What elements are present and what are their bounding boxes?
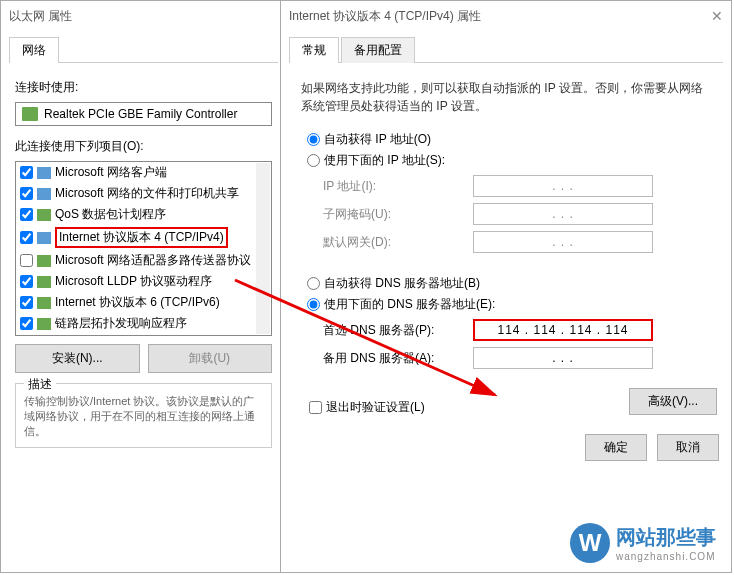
validate-label: 退出时验证设置(L) <box>326 399 425 416</box>
tab-general[interactable]: 常规 <box>289 37 339 63</box>
protocol-icon <box>37 167 51 179</box>
protocol-icon <box>37 297 51 309</box>
watermark-url: wangzhanshi.COM <box>616 551 716 562</box>
watermark: W 网站那些事 wangzhanshi.COM <box>570 523 716 563</box>
auto-dns-radio[interactable]: 自动获得 DNS 服务器地址(B) <box>307 275 717 292</box>
dns1-label: 首选 DNS 服务器(P): <box>323 322 473 339</box>
auto-dns-label: 自动获得 DNS 服务器地址(B) <box>324 275 480 292</box>
nic-field[interactable]: Realtek PCIe GBE Family Controller <box>15 102 272 126</box>
install-button[interactable]: 安装(N)... <box>15 344 140 373</box>
protocol-icon <box>37 276 51 288</box>
item-label: 链路层拓扑发现响应程序 <box>55 315 187 332</box>
title-bar: Internet 协议版本 4 (TCP/IPv4) 属性 ✕ <box>281 1 731 31</box>
item-label: QoS 数据包计划程序 <box>55 206 166 223</box>
tab-network[interactable]: 网络 <box>9 37 59 63</box>
list-item[interactable]: Internet 协议版本 6 (TCP/IPv6) <box>16 292 271 313</box>
item-label: Microsoft 网络的文件和打印机共享 <box>55 185 239 202</box>
close-icon[interactable]: ✕ <box>711 8 723 24</box>
auto-ip-label: 自动获得 IP 地址(O) <box>324 131 431 148</box>
dns2-row: 备用 DNS 服务器(A): . . . <box>323 347 717 369</box>
description-title: 描述 <box>24 376 56 393</box>
item-checkbox[interactable] <box>20 231 33 244</box>
nic-name: Realtek PCIe GBE Family Controller <box>44 107 237 121</box>
list-item[interactable]: 链路层拓扑发现响应程序 <box>16 313 271 334</box>
tab-alternate[interactable]: 备用配置 <box>341 37 415 63</box>
ip-label: IP 地址(I): <box>323 178 473 195</box>
list-item[interactable]: Microsoft LLDP 协议驱动程序 <box>16 271 271 292</box>
dialog-title: 以太网 属性 <box>9 8 278 25</box>
dns1-input[interactable]: 114 . 114 . 114 . 114 <box>473 319 653 341</box>
item-checkbox[interactable] <box>20 208 33 221</box>
checkbox-input[interactable] <box>309 401 322 414</box>
panel: 如果网络支持此功能，则可以获取自动指派的 IP 设置。否则，你需要从网络系统管理… <box>281 63 731 426</box>
connect-using-label: 连接时使用: <box>15 79 272 96</box>
description-text: 传输控制协议/Internet 协议。该协议是默认的广域网络协议，用于在不同的相… <box>24 394 263 439</box>
uninstall-button[interactable]: 卸载(U) <box>148 344 273 373</box>
radio-input[interactable] <box>307 298 320 311</box>
manual-dns-radio[interactable]: 使用下面的 DNS 服务器地址(E): <box>307 296 717 313</box>
radio-input[interactable] <box>307 277 320 290</box>
item-label: Microsoft LLDP 协议驱动程序 <box>55 273 212 290</box>
item-label: Internet 协议版本 6 (TCP/IPv6) <box>55 294 220 311</box>
radio-input[interactable] <box>307 154 320 167</box>
item-label: Internet 协议版本 4 (TCP/IPv4) <box>55 227 228 248</box>
protocol-icon <box>37 232 51 244</box>
dialog-buttons: 确定 取消 <box>293 434 719 461</box>
radio-input[interactable] <box>307 133 320 146</box>
ip-address-row: IP 地址(I): . . . <box>323 175 717 197</box>
item-checkbox[interactable] <box>20 317 33 330</box>
tab-strip: 网络 <box>9 37 278 63</box>
list-item[interactable]: Microsoft 网络的文件和打印机共享 <box>16 183 271 204</box>
item-label: Microsoft 网络客户端 <box>55 164 167 181</box>
dialog-title: Internet 协议版本 4 (TCP/IPv4) 属性 <box>289 8 711 25</box>
manual-ip-radio[interactable]: 使用下面的 IP 地址(S): <box>307 152 717 169</box>
items-label: 此连接使用下列项目(O): <box>15 138 272 155</box>
dns2-input[interactable]: . . . <box>473 347 653 369</box>
description-group: 描述 传输控制协议/Internet 协议。该协议是默认的广域网络协议，用于在不… <box>15 383 272 448</box>
gateway-label: 默认网关(D): <box>323 234 473 251</box>
protocol-icon <box>37 255 51 267</box>
button-row: 安装(N)... 卸载(U) <box>15 344 272 373</box>
protocol-icon <box>37 318 51 330</box>
item-checkbox[interactable] <box>20 296 33 309</box>
panel: 连接时使用: Realtek PCIe GBE Family Controlle… <box>1 63 286 468</box>
list-item[interactable]: Microsoft 网络适配器多路传送器协议 <box>16 250 271 271</box>
subnet-row: 子网掩码(U): . . . <box>323 203 717 225</box>
item-label: Microsoft 网络适配器多路传送器协议 <box>55 252 251 269</box>
ip-input[interactable]: . . . <box>473 175 653 197</box>
advanced-button[interactable]: 高级(V)... <box>629 388 717 415</box>
ok-button[interactable]: 确定 <box>585 434 647 461</box>
cancel-button[interactable]: 取消 <box>657 434 719 461</box>
tab-strip: 常规 备用配置 <box>289 37 723 63</box>
list-item[interactable]: QoS 数据包计划程序 <box>16 204 271 225</box>
manual-dns-label: 使用下面的 DNS 服务器地址(E): <box>324 296 495 313</box>
network-items-list[interactable]: Microsoft 网络客户端Microsoft 网络的文件和打印机共享QoS … <box>15 161 272 336</box>
item-checkbox[interactable] <box>20 275 33 288</box>
item-checkbox[interactable] <box>20 254 33 267</box>
manual-ip-label: 使用下面的 IP 地址(S): <box>324 152 445 169</box>
ipv4-properties-dialog: Internet 协议版本 4 (TCP/IPv4) 属性 ✕ 常规 备用配置 … <box>280 0 732 573</box>
ethernet-properties-dialog: 以太网 属性 网络 连接时使用: Realtek PCIe GBE Family… <box>0 0 287 573</box>
protocol-icon <box>37 188 51 200</box>
mask-input[interactable]: . . . <box>473 203 653 225</box>
item-checkbox[interactable] <box>20 187 33 200</box>
watermark-brand: 网站那些事 <box>616 526 716 548</box>
gateway-row: 默认网关(D): . . . <box>323 231 717 253</box>
nic-icon <box>22 107 38 121</box>
list-item[interactable]: Microsoft 网络客户端 <box>16 162 271 183</box>
item-checkbox[interactable] <box>20 166 33 179</box>
protocol-icon <box>37 209 51 221</box>
auto-ip-radio[interactable]: 自动获得 IP 地址(O) <box>307 131 717 148</box>
gateway-input[interactable]: . . . <box>473 231 653 253</box>
list-item[interactable]: Internet 协议版本 4 (TCP/IPv4) <box>16 225 271 250</box>
watermark-logo: W <box>570 523 610 563</box>
validate-checkbox[interactable]: 退出时验证设置(L) <box>309 399 425 416</box>
help-text: 如果网络支持此功能，则可以获取自动指派的 IP 设置。否则，你需要从网络系统管理… <box>301 79 711 115</box>
title-bar: 以太网 属性 <box>1 1 286 31</box>
mask-label: 子网掩码(U): <box>323 206 473 223</box>
dns1-row: 首选 DNS 服务器(P): 114 . 114 . 114 . 114 <box>323 319 717 341</box>
scrollbar[interactable] <box>256 163 270 334</box>
dns2-label: 备用 DNS 服务器(A): <box>323 350 473 367</box>
